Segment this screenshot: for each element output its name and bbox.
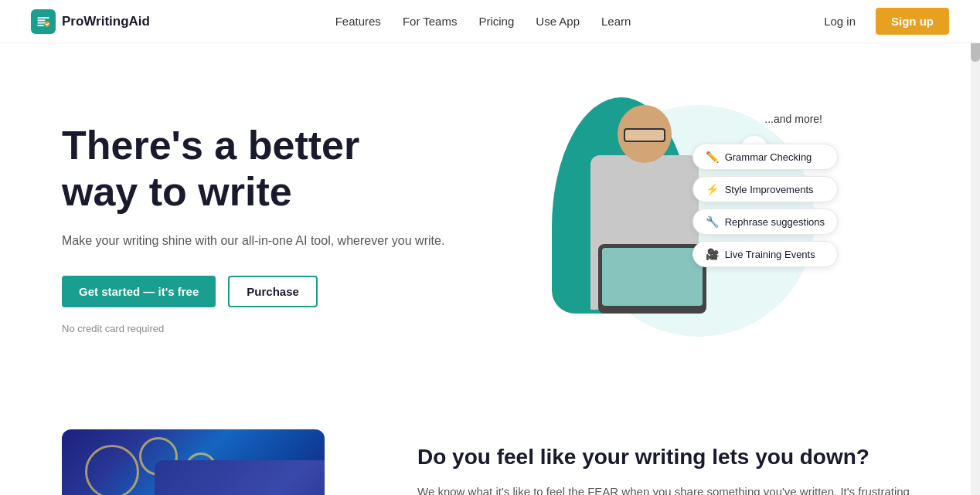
hero-left: There's a better way to write Make your … [62, 123, 448, 334]
art-card: My idea in my head [62, 429, 325, 495]
training-icon: 🎥 [706, 248, 719, 260]
laptop-screen [602, 248, 703, 306]
nav-for-teams[interactable]: For Teams [403, 15, 458, 28]
chip-rephrase: 🔧 Rephrase suggestions [692, 209, 838, 235]
person-head [618, 105, 672, 163]
and-more-label: ...and more! [764, 113, 822, 125]
nav-features[interactable]: Features [335, 15, 381, 28]
nav-pricing[interactable]: Pricing [478, 15, 514, 28]
hero-illustration: ...and more! ✦ ✏️ Grammar Checking ⚡ Sty… [536, 97, 830, 360]
purchase-button[interactable]: Purchase [228, 276, 318, 307]
logo-link[interactable]: ProWritingAid [31, 9, 150, 34]
rephrase-icon: 🔧 [706, 215, 719, 228]
nav-use-app[interactable]: Use App [536, 15, 580, 28]
chip-grammar: ✏️ Grammar Checking [692, 144, 838, 170]
section2-right: Do you feel like your writing lets you d… [417, 429, 918, 495]
person-glasses [624, 128, 665, 142]
login-button[interactable]: Log in [816, 10, 863, 32]
scrollbar-track[interactable] [971, 0, 980, 495]
chip-training: 🎥 Live Training Events [692, 241, 838, 267]
chip-style: ⚡ Style Improvements [692, 176, 838, 202]
style-icon: ⚡ [706, 183, 719, 195]
nav-actions: Log in Sign up [816, 8, 949, 35]
art-overlay: My idea in my head [155, 460, 325, 495]
hero-subtitle: Make your writing shine with our all-in-… [62, 231, 448, 251]
hero-section: There's a better way to write Make your … [0, 43, 980, 398]
section2-text: We know what it's like to feel the FEAR … [417, 482, 918, 495]
section2-title: Do you feel like your writing lets you d… [417, 445, 918, 470]
get-started-button[interactable]: Get started — it's free [62, 276, 216, 307]
laptop-shape [598, 244, 706, 314]
hero-title: There's a better way to write [62, 123, 448, 215]
swirl-1 [85, 445, 139, 495]
nav-links: Features For Teams Pricing Use App Learn [335, 15, 631, 28]
signup-button[interactable]: Sign up [876, 8, 949, 35]
navbar: ProWritingAid Features For Teams Pricing… [0, 0, 980, 43]
logo-icon [31, 9, 56, 34]
hero-buttons: Get started — it's free Purchase [62, 276, 448, 307]
brand-name: ProWritingAid [62, 14, 150, 29]
hero-note: No credit card required [62, 323, 448, 334]
section2: My idea in my head Do you feel like your… [0, 398, 980, 495]
section2-left: My idea in my head [62, 429, 371, 495]
nav-learn[interactable]: Learn [601, 15, 631, 28]
feature-chips: ✏️ Grammar Checking ⚡ Style Improvements… [692, 144, 838, 267]
hero-right: ...and more! ✦ ✏️ Grammar Checking ⚡ Sty… [448, 90, 918, 368]
grammar-icon: ✏️ [706, 151, 719, 163]
